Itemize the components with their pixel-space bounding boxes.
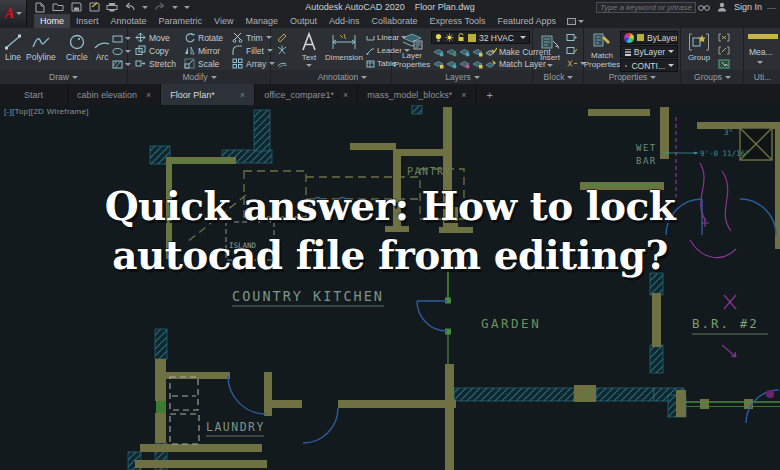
open-folder-icon[interactable]: [52, 1, 64, 13]
copy-button[interactable]: Copy: [135, 44, 169, 57]
tab-collaborate[interactable]: Collaborate: [366, 14, 424, 28]
file-tab-bar: Start cabin elevation × Floor Plan* × of…: [0, 84, 780, 105]
layer-tool-icon[interactable]: [433, 59, 444, 69]
plot-icon[interactable]: [106, 1, 118, 13]
offset-tool-icon[interactable]: [276, 57, 288, 68]
array-icon: [232, 58, 243, 69]
help-search[interactable]: [596, 2, 696, 13]
rotate-button[interactable]: Rotate: [184, 31, 223, 44]
text-button[interactable]: Text: [297, 32, 321, 67]
tab-manage[interactable]: Manage: [239, 14, 284, 28]
layer-tool-icon[interactable]: [459, 47, 470, 57]
redo-icon[interactable]: [154, 1, 166, 13]
file-tab-floor-plan[interactable]: Floor Plan* ×: [161, 84, 255, 105]
group-selection-icon[interactable]: [718, 58, 730, 69]
match-layer-icon[interactable]: [485, 59, 497, 69]
explode-tool-icon[interactable]: [276, 44, 288, 55]
file-tab-start[interactable]: Start: [0, 84, 68, 105]
arc-button[interactable]: Arc: [93, 33, 111, 62]
application-menu-button[interactable]: A: [0, 0, 27, 27]
drawing-canvas[interactable]: [-][Top][2D Wireframe]: [0, 105, 780, 470]
tab-home[interactable]: Home: [34, 14, 70, 28]
tab-add-ins[interactable]: Add-ins: [323, 14, 366, 28]
country-kitchen-label: COUNTRY KITCHEN: [232, 288, 384, 304]
make-current-icon[interactable]: [485, 47, 497, 57]
layer-tool-icon[interactable]: [472, 47, 483, 57]
layer-tool-icon[interactable]: [446, 47, 457, 57]
file-tab-cabin-elevation[interactable]: cabin elevation ×: [68, 84, 161, 105]
sign-in-button[interactable]: Sign In: [734, 2, 762, 12]
new-drawing-tab-button[interactable]: +: [477, 84, 503, 105]
panel-draw: Line Polyline Circle Arc: [0, 28, 128, 84]
polyline-button[interactable]: Polyline: [26, 33, 56, 62]
circle-icon: [68, 33, 86, 51]
tab-insert[interactable]: Insert: [70, 14, 105, 28]
array-button[interactable]: Array: [232, 57, 275, 70]
fillet-button[interactable]: Fillet: [232, 44, 273, 57]
measure-icon[interactable]: [748, 33, 778, 41]
modify-panel-label[interactable]: Modify: [129, 70, 270, 84]
save-icon[interactable]: [70, 1, 82, 13]
tab-view[interactable]: View: [208, 14, 239, 28]
move-button[interactable]: Move: [135, 31, 170, 44]
tab-featured-apps[interactable]: Featured Apps: [491, 14, 562, 28]
measure-button[interactable]: Mea...: [749, 45, 773, 58]
lineweight-combo[interactable]: ByLayer: [620, 45, 678, 58]
object-color-combo[interactable]: ByLayer: [620, 31, 678, 44]
layer-tool-icon[interactable]: [459, 59, 470, 69]
file-tab-mass-model-blocks[interactable]: mass_model_blocks* ×: [358, 84, 476, 105]
ungroup-icon[interactable]: [718, 32, 730, 43]
layers-panel-label[interactable]: Layers: [393, 70, 532, 84]
close-tab-icon[interactable]: ×: [343, 90, 348, 100]
mirror-button[interactable]: Mirror: [184, 44, 220, 57]
ribbon-display-options-icon[interactable]: [562, 14, 589, 28]
block-panel-label[interactable]: Block: [534, 70, 583, 84]
tab-parametric[interactable]: Parametric: [153, 14, 209, 28]
customize-qat-icon[interactable]: [184, 6, 190, 9]
tab-annotate[interactable]: Annotate: [105, 14, 153, 28]
group-button[interactable]: Group: [684, 32, 714, 63]
edit-block-icon[interactable]: [566, 45, 586, 56]
search-input[interactable]: [596, 2, 696, 13]
draw-panel-label[interactable]: Draw: [0, 70, 127, 84]
viewport-controls[interactable]: [-][Top][2D Wireframe]: [4, 107, 89, 116]
circle-button[interactable]: Circle: [66, 33, 88, 62]
minimize-icon[interactable]: —: [767, 3, 776, 13]
copy-icon: [135, 45, 146, 56]
stretch-button[interactable]: Stretch: [135, 57, 176, 70]
layer-select-combo[interactable]: 32 HVAC: [431, 31, 530, 44]
tab-express-tools[interactable]: Express Tools: [424, 14, 492, 28]
utilities-panel-label[interactable]: Uti...: [745, 70, 780, 84]
tab-output[interactable]: Output: [284, 14, 323, 28]
undo-dropdown-icon[interactable]: [142, 6, 148, 9]
dimension-button[interactable]: Dimension: [322, 32, 366, 63]
caption-overlay: Quick answer: How to lock autocad file f…: [0, 182, 780, 280]
measure-dropdown-icon[interactable]: [757, 61, 763, 64]
insert-block-button[interactable]: Insert: [536, 32, 564, 67]
close-tab-icon[interactable]: ×: [146, 90, 151, 100]
file-tab-office-compare1[interactable]: office_compare1* ×: [255, 84, 358, 105]
erase-tool-icon[interactable]: [276, 31, 288, 42]
groups-panel-label[interactable]: Groups: [682, 70, 743, 84]
create-block-icon[interactable]: [566, 32, 586, 43]
line-button[interactable]: Line: [4, 33, 22, 62]
binoculars-search-icon[interactable]: [698, 1, 710, 13]
match-properties-button[interactable]: MatchProperties: [586, 32, 618, 69]
annotation-panel-label[interactable]: Annotation: [294, 70, 391, 84]
new-file-icon[interactable]: [34, 1, 46, 13]
user-account-icon[interactable]: [716, 1, 728, 13]
group-edit-icon[interactable]: [718, 45, 730, 56]
scale-button[interactable]: Scale: [184, 57, 219, 70]
close-tab-icon[interactable]: ×: [461, 90, 466, 100]
redo-dropdown-icon[interactable]: [172, 6, 178, 9]
layer-tool-icon[interactable]: [446, 59, 457, 69]
layer-tool-icon[interactable]: [433, 47, 444, 57]
stretch-icon: [135, 58, 146, 69]
undo-icon[interactable]: [124, 1, 136, 13]
layer-properties-button[interactable]: LayerProperties: [395, 32, 429, 69]
trim-button[interactable]: Trim: [232, 31, 272, 44]
close-tab-icon[interactable]: ×: [240, 90, 245, 100]
properties-panel-label[interactable]: Properties: [585, 70, 680, 84]
save-as-icon[interactable]: [88, 1, 100, 13]
layer-tool-icon[interactable]: [472, 59, 483, 69]
